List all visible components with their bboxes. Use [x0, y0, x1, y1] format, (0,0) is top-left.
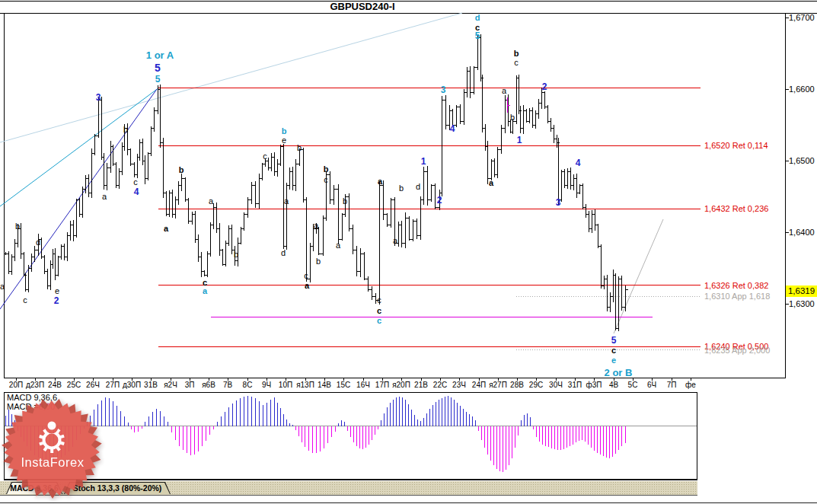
wave-label: b [15, 222, 20, 231]
wave-label: b [343, 196, 347, 206]
wave-label: b [282, 126, 287, 136]
top-border [0, 1, 817, 2]
wave-label: d [36, 238, 40, 247]
wave-label: 3 [556, 197, 561, 208]
price-axis-tick-label: 1,6500 [789, 156, 815, 165]
time-axis-tick-label: я2Ч [164, 381, 177, 389]
wave-label: a [209, 196, 213, 206]
wave-label: a [502, 86, 506, 95]
wave-label: e [611, 356, 616, 365]
bottom-border [0, 502, 817, 503]
time-axis-tick-label: 27П [106, 381, 120, 389]
time-axis-tick-label: я6В [202, 381, 215, 389]
wave-label: a [284, 196, 289, 206]
time-axis-tick-label: 7В [223, 381, 232, 389]
title-separator [0, 13, 817, 14]
wave-label: a [314, 221, 318, 230]
wave-label: b [316, 257, 321, 266]
wave-label: 3 [441, 85, 446, 95]
wave-label: a [378, 177, 382, 186]
instaforex-logo: InstaForex [2, 398, 104, 502]
time-axis-tick-label: 26Ч [86, 381, 100, 389]
wave-label: d [416, 182, 420, 191]
wave-label: c [133, 177, 138, 187]
wave-label: 4 [450, 123, 455, 134]
time-axis-tick-label: 6Ч [647, 381, 656, 389]
time-axis-tick-label: 5С [628, 381, 638, 389]
time-axis-tick-label: 14В [318, 381, 331, 389]
wave-label: 1 [421, 156, 426, 167]
wave-label: 1 or A [146, 49, 174, 61]
time-axis-tick-label: д30П [123, 381, 141, 389]
wave-label: 5 [611, 335, 617, 346]
wave-label: 3 [96, 92, 101, 103]
wave-label: e [55, 286, 59, 295]
wave-label: b [123, 125, 128, 134]
level-label: 1,6326 Ret 0,382 [704, 281, 768, 290]
wave-label: b [324, 164, 329, 174]
time-axis-tick-label: 20П [9, 381, 23, 389]
wave-label: a [336, 241, 340, 250]
wave-label: a [489, 178, 493, 187]
wave-label: 5 [155, 62, 161, 74]
wave-label: d [281, 248, 286, 257]
logo-star-icon [2, 398, 104, 502]
chart-left-border [4, 13, 5, 378]
time-axis-tick-label: я20П [392, 381, 410, 389]
wave-label: a [203, 286, 207, 295]
wave-label: b [399, 183, 404, 193]
time-axis-tick-label: 23Ч [452, 381, 466, 389]
wave-label: d [475, 13, 480, 22]
time-axis-tick-label: 22С [433, 381, 447, 389]
level-label: 1,6310 App 1,618 [704, 292, 770, 301]
price-axis-tick-label: 1,6600 [789, 85, 815, 94]
level-label: 1,6235 App 2,000 [704, 346, 770, 355]
time-axis-tick-label: 29С [529, 381, 543, 389]
wave-label: b [297, 143, 302, 152]
time-axis-tick-label: 24П [472, 381, 486, 389]
time-axis-tick-label: 16Ч [356, 381, 370, 389]
time-axis-tick-label: 28В [510, 381, 524, 389]
level-label: 1,6432 Ret 0,236 [704, 204, 768, 213]
wave-label: b [514, 49, 519, 58]
price-axis-tick-label: 1,6400 [789, 228, 815, 237]
wave-label: e [282, 136, 286, 145]
level-label: 1,6240 Ret 0,500 [704, 342, 768, 351]
time-axis-tick-label: 7П [667, 381, 677, 389]
wave-label: 4 [134, 187, 139, 197]
time-axis-tick-label: 15С [337, 381, 350, 389]
logo-text: InstaForex [2, 455, 104, 470]
wave-label: c [23, 295, 27, 305]
level-label: 1,6520 Ret 0,114 [704, 141, 768, 150]
price-axis-tick-label: 1,6300 [789, 299, 815, 308]
wave-label: 4 [576, 158, 581, 168]
time-axis-tick-label: 25С [67, 381, 81, 389]
wave-label: c [475, 23, 480, 32]
wave-label: b [234, 250, 238, 259]
time-axis-tick-label: 31П [568, 381, 582, 389]
price-axis-line [785, 13, 786, 378]
time-axis-tick-label: 24В [48, 381, 62, 389]
wave-label: c [377, 295, 381, 305]
chart-window: GBPUSD240-I MACD 9,36,6 MACD =0,00 1 or … [0, 0, 817, 504]
chart-title: GBPUSD240-I [210, 1, 515, 12]
wave-label: b [179, 165, 184, 174]
wave-label: c [377, 306, 381, 315]
time-axis-tick-label: 4В [609, 381, 618, 389]
wave-label: 2 or B [605, 367, 633, 378]
time-axis-tick-label: я13П [296, 381, 314, 389]
wave-label: 2 [437, 195, 442, 206]
wave-label: a [305, 281, 309, 290]
chart-bottom-border [4, 378, 786, 378]
wave-label: 2 [542, 81, 547, 92]
indicator-tabs: MACD 9,36,6 Stoch 13,3,3 (80%-20%) [0, 481, 697, 496]
wave-label: b [510, 113, 515, 122]
current-price-badge: 1,6319 [786, 285, 817, 297]
wave-label: c [304, 271, 308, 280]
time-axis-tick-label: ф3П [586, 381, 602, 389]
macd-indicator-panel [4, 392, 697, 480]
wave-label: c [263, 152, 267, 161]
time-axis-tick-label: 21В [414, 381, 428, 389]
wave-label: 2 [54, 295, 59, 306]
time-axis-tick-label: 31В [144, 381, 158, 389]
